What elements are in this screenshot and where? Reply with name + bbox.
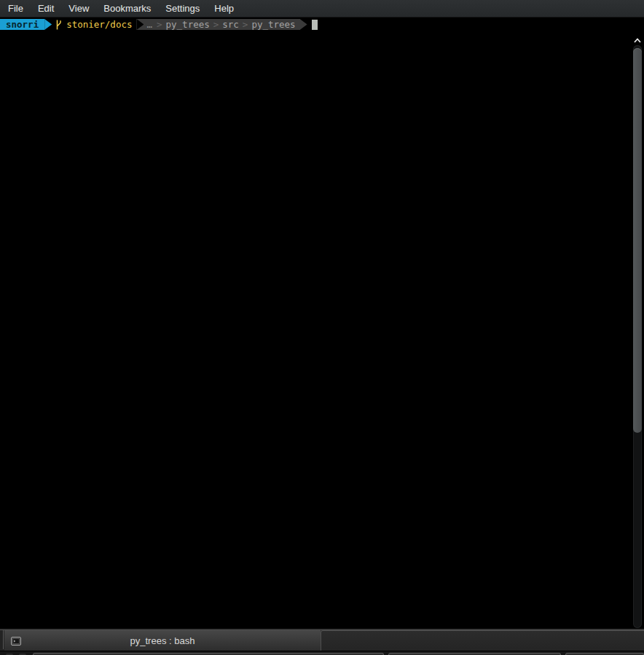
path-crumb: py_trees (166, 19, 210, 30)
scrollbar[interactable] (631, 35, 644, 628)
menu-file[interactable]: File (1, 0, 31, 17)
chevron-right-icon: > (153, 19, 166, 30)
terminal-cursor (312, 20, 318, 30)
powerline-arrow-icon (300, 19, 307, 30)
path-crumb: src (222, 19, 239, 30)
powerline-arrow-icon (136, 19, 144, 30)
path-ellipsis: … (146, 19, 153, 30)
menu-settings[interactable]: Settings (158, 0, 207, 17)
prompt-git-segment: stonier/docs (52, 19, 136, 30)
tabbar-left-edge (3, 630, 4, 649)
tabbar-empty-area[interactable] (321, 630, 644, 651)
menu-bar: File Edit View Bookmarks Settings Help (0, 0, 644, 17)
menu-bookmarks[interactable]: Bookmarks (96, 0, 158, 17)
scroll-up-icon[interactable] (632, 36, 643, 44)
menu-view[interactable]: View (61, 0, 96, 17)
chevron-right-icon: > (210, 19, 223, 30)
terminal-icon (9, 635, 23, 648)
tab-title: py_trees : bash (130, 635, 195, 646)
prompt-path-segment: … > py_trees > src > py_trees (136, 19, 299, 30)
taskbar-sliver (0, 651, 644, 655)
prompt-git-path: stonier/docs (66, 19, 132, 30)
shell-prompt: snorri stonier/docs … > py_trees > src >… (0, 19, 318, 30)
path-crumb: py_trees (251, 19, 295, 30)
tab-bar: py_trees : bash (0, 628, 644, 651)
scrollbar-thumb[interactable] (633, 48, 642, 433)
git-branch-icon (55, 20, 62, 30)
menu-help[interactable]: Help (207, 0, 241, 17)
terminal-window: File Edit View Bookmarks Settings Help s… (0, 0, 644, 655)
powerline-arrow-icon (44, 19, 52, 30)
prompt-hostname: snorri (0, 19, 44, 30)
tab-py-trees-bash[interactable]: py_trees : bash (4, 630, 321, 651)
terminal-display[interactable]: snorri stonier/docs … > py_trees > src >… (0, 17, 644, 628)
menu-edit[interactable]: Edit (31, 0, 61, 17)
chevron-right-icon: > (239, 19, 252, 30)
